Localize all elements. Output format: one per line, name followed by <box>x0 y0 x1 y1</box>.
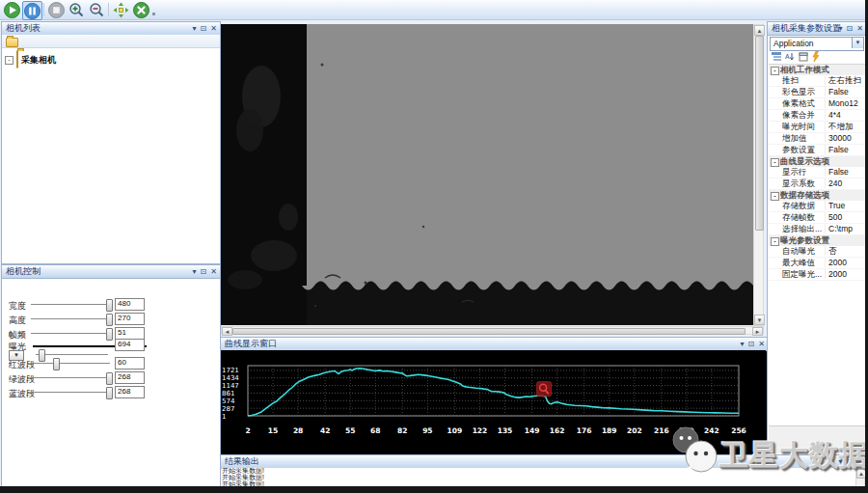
pin-icon[interactable]: ⊡ <box>847 22 854 35</box>
property-row[interactable]: 自动曝光否 <box>769 246 865 258</box>
dropdown-icon[interactable]: ▾ <box>839 22 843 35</box>
property-category[interactable]: -曲线显示选项 <box>769 156 865 167</box>
property-value[interactable]: 240 <box>825 178 865 188</box>
category-collapse-icon[interactable]: - <box>771 192 779 201</box>
close-icon[interactable]: ✕ <box>210 22 217 35</box>
close-icon[interactable]: ✕ <box>856 22 863 35</box>
slider-handle[interactable] <box>106 328 113 341</box>
property-toolbar: A <box>770 51 864 63</box>
chevron-down-icon[interactable]: ▼ <box>852 38 863 48</box>
svg-text:28: 28 <box>293 426 303 435</box>
pause-button[interactable] <box>22 1 42 20</box>
property-value[interactable]: 左右推扫 <box>825 75 865 85</box>
property-row[interactable]: 最大峰值2000 <box>769 258 865 269</box>
category-collapse-icon[interactable]: - <box>771 237 779 246</box>
slider-handle[interactable] <box>53 358 60 370</box>
slider-track[interactable] <box>31 392 110 393</box>
category-name: 相机工作模式 <box>780 65 829 74</box>
stop-button[interactable] <box>47 1 66 18</box>
play-button[interactable] <box>3 1 21 18</box>
property-value[interactable]: 2000 <box>825 258 865 267</box>
property-row[interactable]: 曝光时间不增加 <box>769 122 865 133</box>
slider-handle[interactable] <box>106 387 113 399</box>
property-category[interactable]: -相机工作模式 <box>769 65 865 75</box>
property-value[interactable]: 500 <box>825 212 865 222</box>
property-value[interactable]: 30000 <box>825 133 865 143</box>
zoom-out-button[interactable] <box>88 1 106 18</box>
folder-refresh-icon[interactable] <box>6 38 18 47</box>
pin-icon[interactable]: ⊡ <box>748 338 755 350</box>
property-row[interactable]: 固定曝光...2000 <box>769 269 865 281</box>
property-row[interactable]: 存储数据True <box>769 201 865 212</box>
slider-track[interactable] <box>31 304 110 305</box>
property-row[interactable]: 彩色显示False <box>769 87 865 98</box>
property-value[interactable]: False <box>825 167 865 177</box>
property-row[interactable]: 增加值30000 <box>769 133 865 145</box>
property-row[interactable]: 存储帧数500 <box>769 212 865 224</box>
image-hscrollbar[interactable]: ◄ ► <box>221 326 764 335</box>
property-value[interactable]: 2000 <box>825 269 865 279</box>
zoom-in-button[interactable] <box>68 1 86 18</box>
slider-track[interactable] <box>31 363 110 364</box>
dropdown-icon[interactable]: ▾ <box>193 22 197 35</box>
slider-track[interactable] <box>31 318 110 319</box>
slider-value-box[interactable]: 60 <box>115 357 145 370</box>
slider-label-6: 绿波段 <box>9 373 35 386</box>
camera-image <box>221 24 753 325</box>
property-category[interactable]: -数据存储选项 <box>769 190 865 201</box>
slider-handle[interactable] <box>106 314 113 326</box>
property-value[interactable]: 不增加 <box>825 122 865 131</box>
slider-track[interactable] <box>31 377 110 378</box>
svg-text:189: 189 <box>602 426 617 435</box>
property-row[interactable]: 显示行False <box>769 167 865 178</box>
close-view-button[interactable] <box>132 1 150 18</box>
vscroll-thumb[interactable] <box>755 36 764 231</box>
scroll-down-icon[interactable]: ▼ <box>754 315 765 325</box>
slider-handle[interactable] <box>39 349 45 362</box>
dropdown-icon[interactable]: ▾ <box>741 338 745 350</box>
image-vscrollbar[interactable]: ▲ ▼ <box>753 24 764 326</box>
slider-handle[interactable] <box>106 299 113 312</box>
property-row[interactable]: 显示系数240 <box>769 178 865 190</box>
slider-track[interactable] <box>36 354 108 355</box>
property-value[interactable]: False <box>825 87 865 96</box>
pan-fit-button[interactable] <box>112 1 130 18</box>
category-collapse-icon[interactable]: - <box>771 67 779 75</box>
slider-value-box[interactable]: 268 <box>115 371 145 384</box>
slider-value-box[interactable]: 480 <box>115 298 145 311</box>
hscroll-thumb[interactable] <box>232 328 746 335</box>
property-category[interactable]: -曝光参数设置 <box>769 235 865 246</box>
tree-item-capture-camera[interactable]: - 采集相机 <box>5 51 56 68</box>
close-icon[interactable]: ✕ <box>210 265 217 278</box>
property-row[interactable]: 参数设置False <box>769 145 865 156</box>
property-row[interactable]: 推扫左右推扫 <box>769 75 865 87</box>
toolbar-overflow-grip[interactable] <box>152 13 155 15</box>
property-grid: -相机工作模式推扫左右推扫彩色显示False像素格式Mono12像素合并4*4曝… <box>769 64 865 425</box>
slider-value-box[interactable]: 270 <box>115 313 145 325</box>
property-value[interactable]: 4*4 <box>825 110 865 120</box>
property-row[interactable]: 像素合并4*4 <box>769 110 865 122</box>
property-value[interactable]: False <box>825 145 865 154</box>
pin-icon[interactable]: ⊡ <box>201 265 207 278</box>
property-row[interactable]: 选择输出...C:\tmp <box>769 224 865 235</box>
category-name: 曝光参数设置 <box>780 235 829 245</box>
scroll-right-icon[interactable]: ► <box>752 327 763 336</box>
property-value[interactable]: True <box>825 201 865 210</box>
svg-text:55: 55 <box>345 426 355 435</box>
camera-image-view[interactable] <box>221 24 753 325</box>
property-value[interactable]: 否 <box>825 246 865 256</box>
dropdown-icon[interactable]: ▾ <box>193 265 197 278</box>
property-value[interactable]: C:\tmp <box>825 224 865 233</box>
pin-icon[interactable]: ⊡ <box>201 22 207 35</box>
category-collapse-icon[interactable]: - <box>771 158 779 167</box>
slider-track[interactable] <box>31 333 110 334</box>
property-row[interactable]: 像素格式Mono12 <box>769 98 865 110</box>
slider-handle[interactable] <box>106 372 113 385</box>
close-icon[interactable]: ✕ <box>758 338 765 350</box>
slider-value-box[interactable]: 268 <box>115 386 145 398</box>
property-value[interactable]: Mono12 <box>825 98 865 108</box>
scroll-left-icon[interactable]: ◄ <box>222 327 232 336</box>
scroll-up-icon[interactable]: ▲ <box>754 25 765 36</box>
tree-expander-icon[interactable]: - <box>5 56 14 65</box>
slider-value-box[interactable]: 694 <box>115 339 145 351</box>
